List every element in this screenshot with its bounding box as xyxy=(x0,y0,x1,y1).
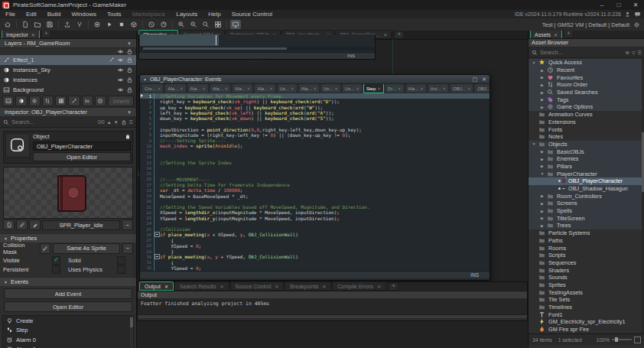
tree-item-sounds[interactable]: Sounds xyxy=(529,274,644,281)
expand-icon[interactable]: ▶ xyxy=(540,75,545,80)
tree-item-tags[interactable]: ▶Tags xyxy=(529,96,644,103)
prev-result-button[interactable]: ▲ xyxy=(107,120,112,125)
delete-layer-button[interactable] xyxy=(95,96,106,106)
eye-icon[interactable] xyxy=(117,86,124,93)
code-line-15[interactable]: 15 xyxy=(140,171,490,177)
close-icon[interactable]: ✕ xyxy=(220,284,224,289)
event-tab-us[interactable]: Us...✕ xyxy=(320,84,341,93)
collapse-icon[interactable]: ▼ xyxy=(532,60,536,65)
tab-inspector[interactable]: Inspector✕ xyxy=(2,31,40,38)
add-bg-layer-button[interactable] xyxy=(2,96,14,106)
open-editor-button[interactable]: Open Editor xyxy=(33,152,131,161)
tree-item-animation-curves[interactable]: Animation Curves xyxy=(529,111,644,119)
feedback-chat-icon[interactable] xyxy=(634,11,641,18)
close-icon[interactable]: ✕ xyxy=(202,86,206,91)
code-line-7[interactable]: 7inputDirection = point_direction(0,0,ri… xyxy=(140,127,490,132)
search-input[interactable]: Search... xyxy=(11,119,34,125)
close-icon[interactable]: ✕ xyxy=(269,86,273,91)
tree-item-tile-sets[interactable]: Tile Sets xyxy=(529,296,644,304)
help-button[interactable] xyxy=(158,20,169,29)
tree-item-timelines[interactable]: Timelines xyxy=(529,304,644,311)
tree-item-scripts[interactable]: Scripts xyxy=(529,252,644,259)
code-line-27[interactable]: 27 { xyxy=(140,238,490,243)
close-icon[interactable]: ✕ xyxy=(482,76,486,83)
menu-icon[interactable]: ☰ xyxy=(638,50,642,55)
open-editor-button-2[interactable]: Open Editor xyxy=(4,301,132,312)
clean-button[interactable] xyxy=(146,20,157,29)
event-tab-obj[interactable]: OBJ...✕ xyxy=(450,84,473,93)
tree-item-game-options[interactable]: ▶Game Options xyxy=(529,103,644,111)
lock-icon[interactable] xyxy=(126,86,133,93)
eye-icon[interactable] xyxy=(117,48,124,55)
close-icon[interactable]: ✕ xyxy=(420,86,424,91)
code-line-6[interactable]: 6 xyxy=(140,121,490,126)
menu-item-edit[interactable]: Edit xyxy=(21,11,42,18)
eye-icon[interactable] xyxy=(117,57,124,63)
tree-item-objects[interactable]: ▼Objects xyxy=(529,141,644,148)
eye-icon[interactable] xyxy=(117,76,124,83)
tree-item-obj-shadow-hasagun[interactable]: OBJ_Shadow_Hasagun xyxy=(529,185,644,193)
code-line-17[interactable]: 17//Setting Delta Time for framerate Ind… xyxy=(140,182,490,187)
lock-icon[interactable] xyxy=(126,76,133,83)
code-line-1[interactable]: 1//Setting Variables for Movement every … xyxy=(140,93,490,99)
event-tab-ala[interactable]: Ala...✕ xyxy=(405,84,427,93)
menu-item-help[interactable]: Help xyxy=(203,11,226,18)
tree-item-playercharacter[interactable]: ▼PlayerCharacter xyxy=(529,170,644,177)
tree-item-room-controllers[interactable]: ▶Room_Controllers xyxy=(529,192,644,200)
close-button[interactable]: ✕ xyxy=(627,0,644,10)
package-button[interactable] xyxy=(128,20,139,29)
tree-item-trees[interactable]: ▶Trees xyxy=(529,222,644,229)
close-icon[interactable]: ✕ xyxy=(164,284,168,289)
event-tab-ala[interactable]: Ala...✕ xyxy=(254,84,275,93)
fold-toggle-icon[interactable] xyxy=(154,232,160,237)
close-icon[interactable]: ✕ xyxy=(467,86,471,91)
grid-view-icon[interactable] xyxy=(634,337,641,343)
expand-icon[interactable]: ▶ xyxy=(540,157,545,161)
user-account-icon[interactable] xyxy=(624,11,631,18)
inspector-target-dropdown[interactable]: Inspector: OBJ_PlayerCharacter▼ xyxy=(0,108,136,117)
close-icon[interactable]: ✕ xyxy=(291,86,294,91)
object-name-field[interactable]: OBJ_PlayerCharacter xyxy=(33,141,131,151)
checkbox[interactable]: ✓ xyxy=(52,256,60,265)
fork-button[interactable] xyxy=(74,20,85,29)
edit-sprite-button[interactable] xyxy=(16,220,28,230)
grid-button[interactable] xyxy=(213,20,223,29)
output-tab-compile-errors[interactable]: Compile Errors✕ xyxy=(332,281,386,291)
target-settings-icon[interactable] xyxy=(633,21,640,28)
event-item-alarm-0[interactable]: Alarm 0 xyxy=(3,335,133,345)
code-line-2[interactable]: 2right_key = keyboard_check(vk_right) ||… xyxy=(140,99,490,104)
new-project-button[interactable] xyxy=(20,20,31,29)
code-line-23[interactable]: 23YSpeed = lengthdir_y(inputMagnitude * … xyxy=(140,216,490,221)
zoom-slider[interactable] xyxy=(612,339,632,340)
save-project-button[interactable] xyxy=(44,20,55,29)
tree-item-particle-systems[interactable]: Particle Systems xyxy=(529,229,644,237)
event-tab-us[interactable]: Us...✕ xyxy=(342,84,363,93)
layer-row-effect_1[interactable]: Effect_1 xyxy=(0,55,136,65)
code-line-19[interactable]: 19MoveSpeed = BaseMoveSpeed * _dt; xyxy=(140,194,490,199)
close-icon[interactable]: ✕ xyxy=(442,86,446,91)
code-line-5[interactable]: 5down_key = keyboard_check(vk_down) || k… xyxy=(140,115,490,121)
edit-collision-button[interactable] xyxy=(40,243,50,254)
background-code-window[interactable]: INS ········ xyxy=(138,34,376,60)
menu-icon[interactable]: ☰ xyxy=(129,119,133,125)
event-item-step[interactable]: Step xyxy=(3,326,133,336)
tree-item-obj-playercharacter[interactable]: OBJ_PlayerCharacter xyxy=(529,177,644,185)
code-line-8[interactable]: 8inputMagnitude = (right_key-left_key !=… xyxy=(140,132,490,138)
add-tab-button[interactable]: + xyxy=(41,31,51,38)
tree-item-saved-searches[interactable]: ▶Saved Searches xyxy=(529,89,644,96)
add-asset-icon[interactable]: ⊕ xyxy=(626,50,629,56)
h-scrollbar[interactable] xyxy=(138,314,527,318)
code-line-26[interactable]: 26if place_meeting(x + XSpeed, y, OBJ_Co… xyxy=(140,232,490,237)
checkbox[interactable] xyxy=(117,256,125,265)
close-icon[interactable]: ✕ xyxy=(247,86,251,91)
close-icon[interactable]: ✕ xyxy=(322,284,326,289)
inherit-button[interactable]: Inherit xyxy=(108,96,134,106)
output-tab-breakpoints[interactable]: Breakpoints✕ xyxy=(285,281,331,291)
maximize-button[interactable]: □ xyxy=(610,0,627,10)
remove-sprite-button[interactable]: − xyxy=(122,220,133,230)
expand-icon[interactable]: ▶ xyxy=(540,164,545,168)
tree-item-basicobjs[interactable]: ▶BasicOBJs xyxy=(529,148,644,155)
close-icon[interactable]: ✕ xyxy=(377,86,381,91)
export-button[interactable] xyxy=(62,20,73,29)
search-input[interactable]: Search... xyxy=(540,49,563,56)
